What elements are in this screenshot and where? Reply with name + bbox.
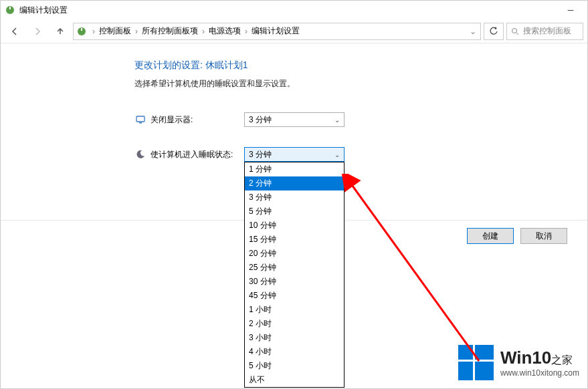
dropdown-option[interactable]: 1 小时 bbox=[245, 303, 344, 317]
moon-icon bbox=[134, 148, 146, 160]
minimize-button[interactable]: ─ bbox=[558, 1, 583, 19]
svg-line-8 bbox=[351, 183, 479, 361]
dropdown-option[interactable]: 5 分钟 bbox=[245, 205, 344, 219]
back-button[interactable] bbox=[5, 22, 25, 41]
sleep-dropdown: 1 分钟2 分钟3 分钟5 分钟10 分钟15 分钟20 分钟25 分钟30 分… bbox=[244, 162, 345, 388]
refresh-button[interactable] bbox=[484, 23, 504, 40]
combo-value: 3 分钟 bbox=[249, 149, 272, 160]
dropdown-option[interactable]: 5 小时 bbox=[245, 359, 344, 373]
breadcrumb-seg[interactable]: 编辑计划设置 bbox=[249, 25, 302, 37]
combo-value: 3 分钟 bbox=[249, 114, 272, 126]
dropdown-option[interactable]: 3 分钟 bbox=[245, 190, 344, 205]
chevron-right-icon: › bbox=[243, 27, 249, 36]
chevron-right-icon: › bbox=[91, 27, 96, 36]
dropdown-option[interactable]: 15 分钟 bbox=[245, 233, 344, 247]
page-title: 更改计划的设置: 休眠计划1 bbox=[134, 59, 522, 72]
chevron-right-icon: › bbox=[201, 27, 206, 36]
dropdown-option[interactable]: 2 分钟 bbox=[245, 176, 344, 190]
dropdown-option[interactable]: 20 分钟 bbox=[245, 247, 344, 261]
dropdown-chevron-icon[interactable]: ⌄ bbox=[468, 27, 478, 36]
dropdown-option[interactable]: 10 分钟 bbox=[245, 219, 344, 233]
chevron-down-icon: ⌄ bbox=[334, 151, 340, 158]
sleep-row: 使计算机进入睡眠状态: 3 分钟 ⌄ 1 分钟2 分钟3 分钟5 分钟10 分钟… bbox=[134, 147, 522, 162]
dropdown-option[interactable]: 2 小时 bbox=[245, 317, 344, 331]
dropdown-option[interactable]: 45 分钟 bbox=[245, 289, 344, 303]
sleep-label: 使计算机进入睡眠状态: bbox=[151, 149, 244, 160]
cancel-button[interactable]: 取消 bbox=[520, 228, 567, 244]
watermark-url: www.win10xitong.com bbox=[500, 368, 579, 378]
monitor-icon bbox=[134, 114, 146, 126]
search-input[interactable]: 搜索控制面板 bbox=[506, 23, 583, 40]
sleep-combo[interactable]: 3 分钟 ⌄ 1 分钟2 分钟3 分钟5 分钟10 分钟15 分钟20 分钟25… bbox=[244, 147, 345, 162]
dropdown-option[interactable]: 1 分钟 bbox=[245, 162, 344, 176]
breadcrumb-seg[interactable]: 控制面板 bbox=[96, 25, 134, 37]
watermark-title: Win10之家 bbox=[500, 348, 579, 368]
breadcrumb[interactable]: › 控制面板 › 所有控制面板项 › 电源选项 › 编辑计划设置 ⌄ bbox=[73, 23, 481, 40]
display-off-row: 关闭显示器: 3 分钟 ⌄ bbox=[134, 112, 522, 127]
up-button[interactable] bbox=[50, 22, 70, 41]
windows-logo-icon bbox=[458, 345, 494, 380]
svg-rect-1 bbox=[9, 7, 11, 9]
address-bar: › 控制面板 › 所有控制面板项 › 电源选项 › 编辑计划设置 ⌄ 搜索控制面… bbox=[1, 19, 587, 43]
dropdown-option[interactable]: 3 小时 bbox=[245, 331, 344, 345]
chevron-right-icon: › bbox=[134, 27, 139, 36]
titlebar: 编辑计划设置 ─ bbox=[1, 1, 587, 19]
forward-button[interactable] bbox=[27, 22, 47, 41]
page-description: 选择希望计算机使用的睡眠设置和显示设置。 bbox=[134, 78, 522, 90]
create-button[interactable]: 创建 bbox=[467, 228, 514, 244]
action-buttons: 创建 取消 bbox=[467, 228, 567, 244]
watermark: Win10之家 www.win10xitong.com bbox=[458, 345, 579, 380]
search-icon bbox=[511, 27, 519, 35]
svg-rect-3 bbox=[81, 28, 82, 31]
svg-rect-6 bbox=[136, 116, 144, 122]
window-title: 编辑计划设置 bbox=[19, 5, 68, 16]
dropdown-option[interactable]: 30 分钟 bbox=[245, 275, 344, 289]
content-area: 更改计划的设置: 休眠计划1 选择希望计算机使用的睡眠设置和显示设置。 关闭显示… bbox=[1, 43, 587, 388]
dropdown-option[interactable]: 从不 bbox=[245, 373, 344, 387]
breadcrumb-icon bbox=[76, 26, 87, 37]
display-off-label: 关闭显示器: bbox=[151, 114, 244, 126]
svg-rect-7 bbox=[139, 122, 142, 124]
dropdown-option[interactable]: 4 小时 bbox=[245, 345, 344, 359]
chevron-down-icon: ⌄ bbox=[334, 116, 340, 124]
display-off-combo[interactable]: 3 分钟 ⌄ bbox=[244, 112, 345, 127]
dropdown-option[interactable]: 25 分钟 bbox=[245, 261, 344, 275]
app-icon bbox=[5, 5, 15, 15]
breadcrumb-seg[interactable]: 所有控制面板项 bbox=[139, 25, 201, 37]
search-placeholder: 搜索控制面板 bbox=[523, 25, 571, 37]
svg-line-5 bbox=[516, 33, 518, 35]
breadcrumb-seg[interactable]: 电源选项 bbox=[206, 25, 243, 37]
annotation-arrow bbox=[338, 174, 486, 368]
svg-point-4 bbox=[512, 28, 517, 33]
